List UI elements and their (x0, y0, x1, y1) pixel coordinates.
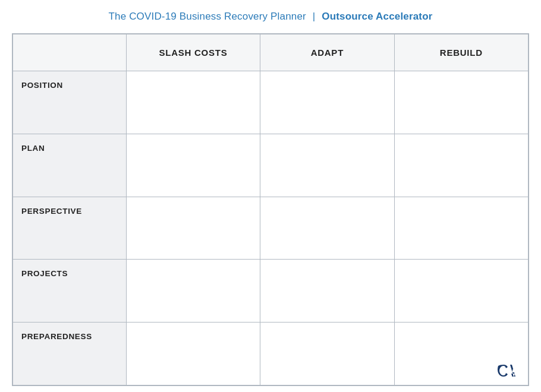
cell-perspective-slash (126, 197, 260, 260)
table-row: PREPAREDNESS (13, 323, 529, 385)
row-label-projects: PROJECTS (13, 260, 127, 323)
cell-position-slash (126, 71, 260, 134)
row-label-position: POSITION (13, 71, 127, 134)
cell-position-rebuild (394, 71, 528, 134)
cell-projects-adapt (260, 260, 394, 323)
page-header: The COVID-19 Business Recovery Planner |… (12, 11, 529, 23)
row-label-perspective: PERSPECTIVE (13, 197, 127, 260)
table-row: PROJECTS (13, 260, 529, 323)
col-header-rebuild: REBUILD (394, 34, 528, 71)
cell-plan-adapt (260, 134, 394, 197)
cell-plan-slash (126, 134, 260, 197)
planner-table: SLASH COSTS ADAPT REBUILD POSITION PLAN … (12, 34, 529, 385)
main-table-wrapper: SLASH COSTS ADAPT REBUILD POSITION PLAN … (12, 33, 529, 386)
cell-preparedness-rebuild (394, 323, 528, 385)
cell-plan-rebuild (394, 134, 528, 197)
table-row: PLAN (13, 134, 529, 197)
table-row: POSITION (13, 71, 529, 134)
cell-perspective-rebuild (394, 197, 528, 260)
header-brand: Outsource Accelerator (322, 11, 432, 22)
row-label-preparedness: PREPAREDNESS (13, 323, 127, 385)
header-prefix: The COVID-19 Business Recovery Planner (108, 11, 306, 22)
table-row: PERSPECTIVE (13, 197, 529, 260)
cell-perspective-adapt (260, 197, 394, 260)
oa-logo-icon (496, 360, 521, 379)
cell-preparedness-slash (126, 323, 260, 385)
col-header-empty (13, 34, 127, 71)
cell-position-adapt (260, 71, 394, 134)
header-separator: | (313, 11, 316, 22)
cell-preparedness-adapt (260, 323, 394, 385)
table-header-row: SLASH COSTS ADAPT REBUILD (13, 34, 529, 71)
col-header-adapt: ADAPT (260, 34, 394, 71)
brand-logo (496, 360, 521, 379)
cell-projects-rebuild (394, 260, 528, 323)
row-label-plan: PLAN (13, 134, 127, 197)
col-header-slash-costs: SLASH COSTS (126, 34, 260, 71)
cell-projects-slash (126, 260, 260, 323)
